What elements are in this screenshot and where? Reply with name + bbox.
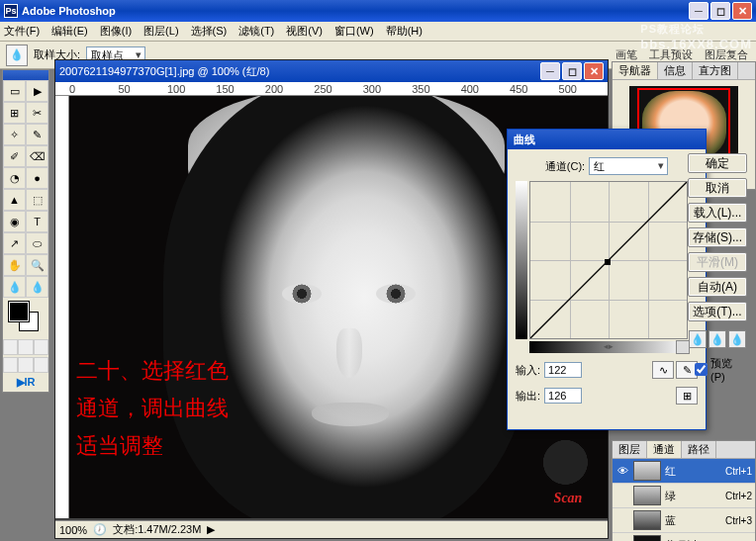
channel-name: 绿 xyxy=(665,489,721,503)
tab-channels[interactable]: 通道 xyxy=(647,441,682,458)
auto-button[interactable]: 自动(A) xyxy=(688,277,747,297)
curves-hgradient: ◂▸ xyxy=(529,341,688,353)
menu-select[interactable]: 选择(S) xyxy=(191,24,228,39)
toolbox: ▭▶⊞✂✧✎✐⌫◔●▲⬚◉T↗⬭✋🔍💧💧 ▶IR xyxy=(2,69,49,393)
menu-image[interactable]: 图像(I) xyxy=(100,24,132,39)
channel-name: 蓝 xyxy=(665,513,721,528)
tab-histogram[interactable]: 直方图 xyxy=(693,62,738,79)
tool-2[interactable]: ⊞ xyxy=(3,102,26,124)
document-title: 2007621194977370G[1].jpg @ 100% (红/8) xyxy=(59,64,269,79)
smooth-button: 平滑(M) xyxy=(688,252,747,272)
tool-1[interactable]: ▶ xyxy=(26,80,48,102)
channel-thumb xyxy=(633,535,661,541)
foreground-color[interactable] xyxy=(9,302,29,321)
tool-8[interactable]: ◔ xyxy=(3,167,26,189)
black-eyedropper-icon[interactable]: 💧 xyxy=(689,330,707,348)
curves-titlebar[interactable]: 曲线 xyxy=(508,130,706,149)
channel-row[interactable]: 绿Ctrl+2 xyxy=(613,484,755,508)
cancel-button[interactable]: 取消 xyxy=(688,178,747,198)
curves-graph[interactable] xyxy=(529,181,688,339)
document-titlebar[interactable]: 2007621194977370G[1].jpg @ 100% (红/8) ─ … xyxy=(55,60,608,82)
tool-9[interactable]: ● xyxy=(26,167,48,189)
channel-shortcut: Ctrl+3 xyxy=(725,515,752,526)
menu-layer[interactable]: 图层(L) xyxy=(143,24,178,39)
channel-name: 红 xyxy=(665,464,721,479)
channel-dropdown[interactable]: 红 xyxy=(589,157,668,175)
doc-size: 文档:1.47M/2.23M xyxy=(113,522,201,537)
curves-vgradient xyxy=(516,181,527,339)
tool-5[interactable]: ✎ xyxy=(26,124,48,145)
menu-help[interactable]: 帮助(H) xyxy=(386,24,423,39)
options-button[interactable]: 选项(T)... xyxy=(688,302,747,321)
white-eyedropper-icon[interactable]: 💧 xyxy=(728,330,746,348)
document-statusbar: 100% 🕖 文档:1.47M/2.23M ▶ xyxy=(55,520,608,538)
menu-window[interactable]: 窗口(W) xyxy=(334,24,374,39)
minimize-button[interactable]: ─ xyxy=(689,2,709,20)
annotation-line-3: 适当调整 xyxy=(76,428,163,464)
channel-thumb xyxy=(633,510,661,530)
load-button[interactable]: 载入(L)... xyxy=(688,203,747,223)
channel-thumb xyxy=(633,486,661,505)
channel-row[interactable]: 蓝 副本Ctrl+4 xyxy=(613,533,755,541)
tool-4[interactable]: ✧ xyxy=(3,124,26,145)
app-title: Adobe Photoshop xyxy=(22,5,116,17)
tab-layers[interactable]: 图层 xyxy=(613,441,647,458)
tool-19[interactable]: 💧 xyxy=(26,276,48,298)
menu-file[interactable]: 文件(F) xyxy=(4,24,40,39)
channel-row[interactable]: 👁红Ctrl+1 xyxy=(613,459,755,484)
save-button[interactable]: 存储(S)... xyxy=(688,227,747,247)
visibility-icon[interactable]: 👁 xyxy=(615,465,629,477)
channels-palette[interactable]: 图层 通道 路径 👁红Ctrl+1绿Ctrl+2蓝Ctrl+3蓝 副本Ctrl+… xyxy=(612,440,756,541)
tool-11[interactable]: ⬚ xyxy=(26,189,48,211)
channel-row[interactable]: 蓝Ctrl+3 xyxy=(613,508,755,533)
doc-maximize-button[interactable]: ◻ xyxy=(562,62,582,80)
tool-10[interactable]: ▲ xyxy=(3,189,26,211)
tool-17[interactable]: 🔍 xyxy=(26,254,48,276)
channel-thumb xyxy=(633,461,661,481)
tool-6[interactable]: ✐ xyxy=(3,145,26,167)
tool-12[interactable]: ◉ xyxy=(3,211,26,232)
menu-view[interactable]: 视图(V) xyxy=(286,24,323,39)
channel-shortcut: Ctrl+2 xyxy=(725,491,752,501)
maximize-button[interactable]: ◻ xyxy=(710,2,730,20)
annotation-line-2: 通道，调出曲线 xyxy=(76,391,229,426)
screen-modes[interactable] xyxy=(3,357,48,373)
tool-3[interactable]: ✂ xyxy=(26,102,48,124)
scan-watermark: Scan xyxy=(533,439,603,513)
curves-grid-toggle-icon[interactable]: ⊞ xyxy=(676,387,698,405)
channel-name: 蓝 副本 xyxy=(665,538,721,542)
color-swatches[interactable] xyxy=(3,298,48,337)
tool-14[interactable]: ↗ xyxy=(3,232,26,254)
tab-info[interactable]: 信息 xyxy=(658,62,693,79)
quickmask-modes[interactable] xyxy=(3,339,48,355)
doc-minimize-button[interactable]: ─ xyxy=(540,62,560,80)
curve-mode-spline-icon[interactable]: ∿ xyxy=(652,361,674,379)
tool-15[interactable]: ⬭ xyxy=(26,232,48,254)
output-value[interactable]: 126 xyxy=(544,388,582,404)
gray-eyedropper-icon[interactable]: 💧 xyxy=(709,330,726,348)
eyedropper-icon[interactable]: 💧 xyxy=(6,45,28,66)
tool-7[interactable]: ⌫ xyxy=(26,145,48,167)
annotation-line-1: 二十、选择红色 xyxy=(76,353,229,389)
palette-well-brushes[interactable]: 画笔 xyxy=(614,47,639,62)
ok-button[interactable]: 确定 xyxy=(688,153,747,173)
photoshop-icon: Ps xyxy=(4,4,18,18)
doc-close-button[interactable]: ✕ xyxy=(584,62,604,80)
tool-0[interactable]: ▭ xyxy=(3,80,26,102)
tool-13[interactable]: T xyxy=(26,211,48,232)
tool-18[interactable]: 💧 xyxy=(3,276,26,298)
close-button[interactable]: ✕ xyxy=(732,2,752,20)
preview-checkbox[interactable]: 预览(P) xyxy=(695,356,740,383)
ruler-vertical xyxy=(55,96,69,518)
tab-paths[interactable]: 路径 xyxy=(682,441,716,458)
menu-filter[interactable]: 滤镜(T) xyxy=(238,24,274,39)
zoom-value[interactable]: 100% xyxy=(59,524,87,536)
workspace: ▭▶⊞✂✧✎✐⌫◔●▲⬚◉T↗⬭✋🔍💧💧 ▶IR 200762119497737… xyxy=(0,69,756,541)
menu-edit[interactable]: 编辑(E) xyxy=(51,24,88,39)
curves-dialog[interactable]: 曲线 通道(C): 红 ◂▸ 输入: 122 ∿ ✎ xyxy=(507,129,707,430)
tool-16[interactable]: ✋ xyxy=(3,254,26,276)
tab-navigator[interactable]: 导航器 xyxy=(613,62,658,79)
input-value[interactable]: 122 xyxy=(544,362,582,378)
channel-label: 通道(C): xyxy=(545,159,585,174)
ruler-horizontal: 050100150200250300350400450500 xyxy=(55,82,608,96)
